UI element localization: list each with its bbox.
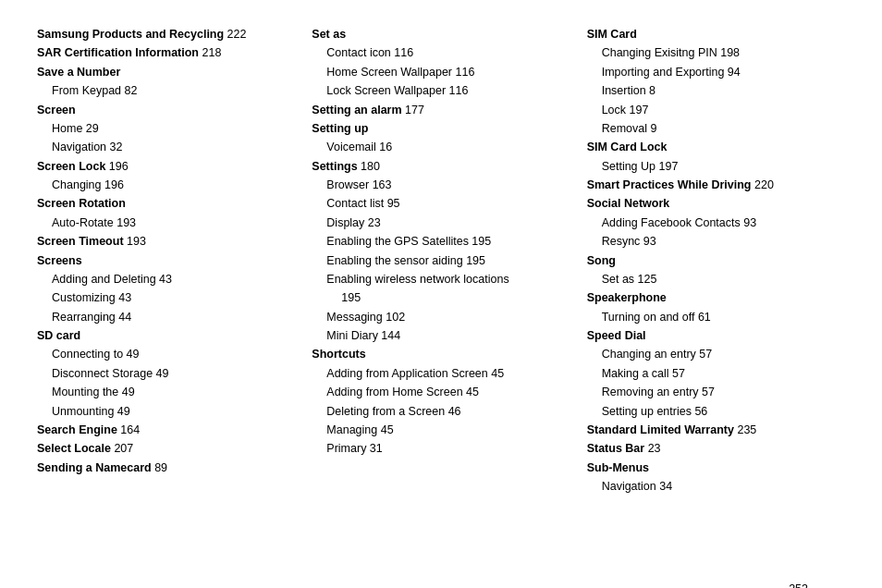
- index-entry: Song: [587, 252, 845, 270]
- index-entry: Connecting to 49: [37, 346, 295, 363]
- entry-main-label: Screens: [37, 254, 82, 267]
- entry-main-label: Settings: [312, 160, 357, 173]
- index-entry: SAR Certification Information 218: [37, 44, 295, 62]
- entry-number: 220: [752, 178, 774, 191]
- index-entry: Home Screen Wallpaper 116: [312, 64, 570, 81]
- entry-main-label: Status Bar: [587, 442, 645, 455]
- index-entry: Navigation 32: [37, 139, 295, 156]
- index-entry: Speakerphone: [587, 289, 845, 307]
- entry-main-label: Song: [587, 254, 616, 267]
- entry-main-label: SAR Certification Information: [37, 46, 199, 59]
- entry-number: 177: [402, 104, 424, 116]
- entry-main-label: SIM Card Lock: [587, 141, 668, 153]
- index-entry: Rearranging 44: [37, 309, 295, 326]
- index-entry: Making a call 57: [587, 365, 845, 383]
- entry-main-label: Setting up: [312, 122, 368, 135]
- column-2: Set asContact icon 116Home Screen Wallpa…: [312, 26, 586, 496]
- index-entry: Auto-Rotate 193: [37, 214, 295, 232]
- entry-main-label: Smart Practices While Driving: [587, 178, 752, 191]
- index-entry: Setting an alarm 177: [312, 102, 570, 119]
- index-entry: Turning on and off 61: [587, 309, 845, 326]
- index-entry: Browser 163: [312, 177, 570, 194]
- index-entry: Changing an entry 57: [587, 346, 845, 363]
- entry-main-label: Speakerphone: [587, 291, 667, 304]
- index-entry: Screen: [37, 102, 295, 119]
- index-entry: Screen Timeout 193: [37, 233, 295, 251]
- entry-main-label: Set as: [312, 28, 346, 41]
- index-entry: Mounting the 49: [37, 384, 295, 401]
- entry-main-label: Social Network: [587, 197, 670, 210]
- index-entry: SIM Card Lock: [587, 139, 845, 156]
- index-entry: Changing 196: [37, 177, 295, 194]
- index-entry: Social Network: [587, 195, 845, 213]
- index-entry: Mini Diary 144: [312, 327, 570, 345]
- index-entry: Settings 180: [312, 158, 570, 176]
- column-3: SIM CardChanging Exisitng PIN 198Importi…: [587, 26, 845, 496]
- index-entry: Sub-Menus: [587, 459, 845, 477]
- index-entry: Changing Exisitng PIN 198: [587, 44, 845, 62]
- index-entry: Select Locale 207: [37, 440, 295, 458]
- index-entry: Insertion 8: [587, 82, 845, 100]
- index-entry: Save a Number: [37, 64, 295, 81]
- index-entry: Enabling wireless network locations: [312, 271, 570, 288]
- index-entry: Importing and Exporting 94: [587, 64, 845, 81]
- entry-main-label: Sub-Menus: [587, 461, 649, 474]
- index-entry: Home 29: [37, 120, 295, 138]
- entry-number: 89: [152, 461, 167, 474]
- index-entry: Disconnect Storage 49: [37, 365, 295, 383]
- index-entry: Messaging 102: [312, 309, 570, 326]
- page: Samsung Products and Recycling 222SAR Ce…: [37, 26, 845, 588]
- index-entry: Display 23: [312, 214, 570, 232]
- entry-number: 196: [105, 160, 128, 173]
- entry-main-label: Sending a Namecard: [37, 461, 152, 474]
- index-entry: Contact list 95: [312, 195, 570, 213]
- entry-main-label: SD card: [37, 329, 80, 342]
- index-entry: Standard Limited Warranty 235: [587, 422, 845, 439]
- index-entry: Lock Screen Wallpaper 116: [312, 82, 570, 100]
- index-entry: Speed Dial: [587, 327, 845, 345]
- entry-main-label: Screen Rotation: [37, 197, 126, 210]
- entry-number: 235: [734, 423, 756, 436]
- index-entry: Screen Rotation: [37, 195, 295, 213]
- entry-number: 193: [124, 235, 146, 248]
- entry-number: 164: [117, 423, 140, 436]
- entry-number: 180: [358, 160, 380, 173]
- index-entry: Contact icon 116: [312, 44, 570, 62]
- index-entry: SIM Card: [587, 26, 845, 43]
- index-entry: Primary 31: [312, 440, 570, 458]
- index-entry: Sending a Namecard 89: [37, 459, 295, 477]
- entry-main-label: Samsung Products and Recycling: [37, 28, 224, 41]
- index-entry: 195: [312, 289, 570, 307]
- page-number: 252: [789, 582, 808, 588]
- index-entry: Resync 93: [587, 233, 845, 251]
- index-entry: Voicemail 16: [312, 139, 570, 156]
- index-entry: Managing 45: [312, 422, 570, 439]
- index-entry: Adding from Home Screen 45: [312, 384, 570, 401]
- index-entry: Setting Up 197: [587, 158, 845, 176]
- index-entry: Enabling the GPS Satellites 195: [312, 233, 570, 251]
- entry-number: 222: [224, 28, 246, 41]
- index-entry: Enabling the sensor aiding 195: [312, 252, 570, 270]
- index-entry: Removing an entry 57: [587, 384, 845, 401]
- entry-number: 207: [111, 442, 133, 455]
- entry-main-label: Screen: [37, 104, 76, 116]
- entry-main-label: Screen Timeout: [37, 235, 124, 248]
- entry-number: 218: [199, 46, 221, 59]
- index-entry: Navigation 34: [587, 478, 845, 496]
- index-entry: Set as 125: [587, 271, 845, 288]
- index-entry: Adding Facebook Contacts 93: [587, 214, 845, 232]
- index-entry: Smart Practices While Driving 220: [587, 177, 845, 194]
- index-entry: Setting up entries 56: [587, 403, 845, 421]
- index-entry: Screen Lock 196: [37, 158, 295, 176]
- index-entry: From Keypad 82: [37, 82, 295, 100]
- index-entry: Shortcuts: [312, 346, 570, 363]
- index-entry: Lock 197: [587, 102, 845, 119]
- index-page: Samsung Products and Recycling 222SAR Ce…: [37, 26, 845, 496]
- entry-main-label: Screen Lock: [37, 160, 105, 173]
- index-entry: Set as: [312, 26, 570, 43]
- entry-main-label: Select Locale: [37, 442, 111, 455]
- index-entry: Adding and Deleting 43: [37, 271, 295, 288]
- entry-main-label: Save a Number: [37, 66, 120, 79]
- entry-main-label: Shortcuts: [312, 348, 365, 361]
- index-entry: Setting up: [312, 120, 570, 138]
